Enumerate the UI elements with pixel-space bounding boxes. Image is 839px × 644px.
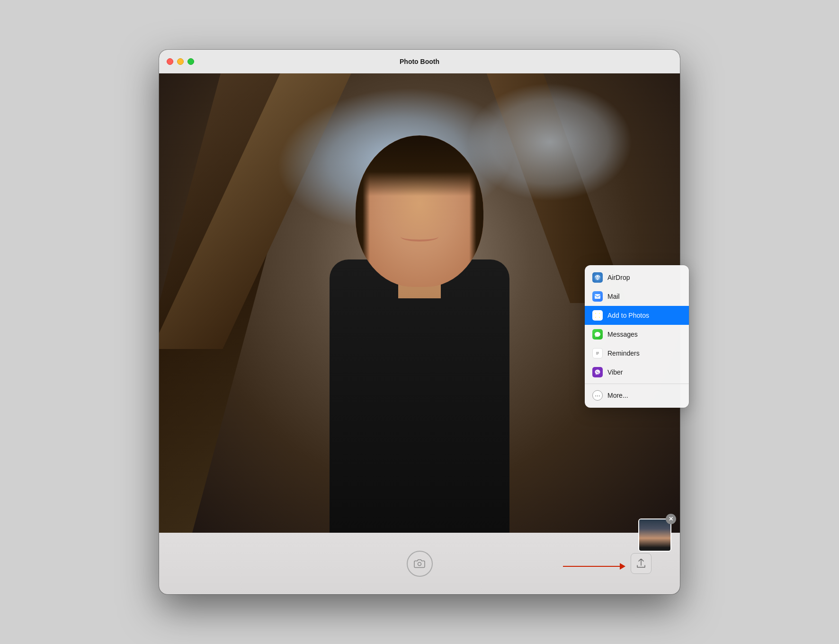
more-label: More...: [607, 392, 628, 399]
camera-shutter-button[interactable]: [407, 551, 433, 577]
arrow-indicator: [563, 563, 625, 570]
mail-svg: [594, 294, 601, 299]
messages-icon: [592, 329, 603, 340]
person-portrait: [266, 143, 573, 533]
viber-label: Viber: [607, 368, 623, 376]
menu-separator: [585, 384, 689, 384]
hair-top: [356, 135, 483, 196]
share-button[interactable]: AirDrop Mail: [631, 553, 652, 574]
minimize-button[interactable]: [177, 58, 184, 65]
close-button[interactable]: [167, 58, 173, 65]
messages-label: Messages: [607, 331, 638, 338]
hair-right: [469, 135, 483, 287]
photos-icon: [592, 310, 603, 321]
control-bar: AirDrop Mail: [159, 533, 680, 594]
hair-left: [356, 135, 370, 287]
photo-booth-window: Photo Booth: [159, 50, 680, 594]
menu-item-more[interactable]: ··· More...: [585, 386, 689, 405]
reminders-label: Reminders: [607, 349, 640, 357]
photo-thumbnail[interactable]: [638, 519, 671, 552]
mail-icon: [592, 291, 603, 302]
airdrop-label: AirDrop: [607, 274, 630, 281]
menu-item-messages[interactable]: Messages: [585, 325, 689, 344]
menu-item-viber[interactable]: Viber: [585, 363, 689, 382]
share-menu: AirDrop Mail: [585, 265, 689, 408]
airdrop-icon: [592, 272, 603, 283]
photos-svg: [594, 312, 601, 319]
person-body: [330, 259, 509, 533]
face-smile: [401, 232, 438, 242]
menu-item-reminders[interactable]: Reminders: [585, 344, 689, 363]
svg-point-3: [597, 314, 599, 317]
reminders-icon: [592, 348, 603, 358]
svg-point-0: [418, 563, 421, 566]
arrow-line: [563, 566, 620, 567]
thumbnail-preview: [639, 519, 670, 551]
title-bar: Photo Booth: [159, 50, 680, 73]
menu-item-mail[interactable]: Mail: [585, 287, 689, 306]
messages-svg: [594, 331, 601, 338]
window-title: Photo Booth: [400, 58, 439, 65]
camera-icon: [413, 557, 426, 570]
airdrop-svg: [594, 274, 601, 281]
arrow-head: [620, 563, 625, 570]
person-head: [356, 135, 483, 287]
more-icon: ···: [592, 390, 603, 401]
photo-thumbnail-container: ✕: [638, 519, 671, 552]
viber-svg: [594, 369, 601, 376]
thumbnail-close-button[interactable]: ✕: [666, 514, 676, 524]
viber-icon: [592, 367, 603, 377]
mail-label: Mail: [607, 293, 620, 300]
traffic-lights: [167, 58, 194, 65]
reminders-svg: [594, 350, 601, 357]
menu-item-add-to-photos[interactable]: Add to Photos: [585, 306, 689, 325]
menu-item-airdrop[interactable]: AirDrop: [585, 268, 689, 287]
svg-rect-2: [595, 294, 600, 299]
share-icon: [637, 559, 645, 568]
add-to-photos-label: Add to Photos: [607, 312, 649, 319]
maximize-button[interactable]: [187, 58, 194, 65]
